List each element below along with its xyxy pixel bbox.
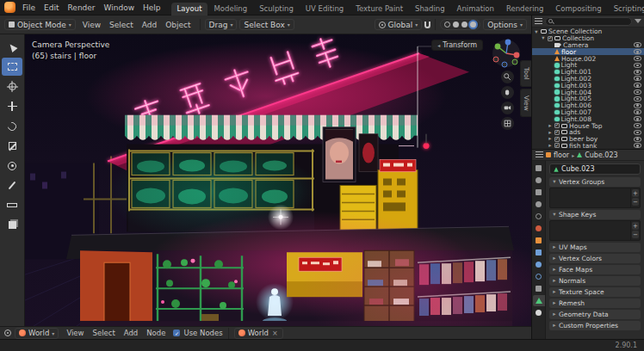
expand-arrow-icon[interactable]: ▸ [548,130,553,136]
eye-visibility-icon[interactable] [634,109,641,114]
breadcrumb-data[interactable]: Cube.023 [585,151,617,159]
menu-file[interactable]: File [18,3,40,13]
material-tab[interactable] [533,307,545,318]
eye-visibility-icon[interactable] [634,56,641,61]
workspace-tab-sculpting[interactable]: Sculpting [253,3,300,15]
shader-menu-view[interactable]: View [62,328,88,338]
mode-dropdown[interactable]: Object Mode ▾ [4,19,76,30]
material-shading-icon[interactable] [461,22,468,28]
workspace-tab-uv-editing[interactable]: UV Editing [300,3,350,15]
sidebar-tab-tool[interactable]: Tool [520,60,531,87]
physics-tab[interactable] [533,271,545,282]
section-header-face-maps[interactable]: ▸Face Maps [549,265,641,274]
workspace-tab-texture-paint[interactable]: Texture Paint [350,3,409,15]
expand-arrow-icon[interactable]: ▸ [548,143,553,149]
select-box-tool[interactable] [2,58,22,76]
shader-type-dropdown[interactable]: World ▾ [15,328,59,339]
viewport-3d[interactable]: Camera Perspective (65) stairs | floor ◂… [25,34,531,326]
add-item-button[interactable]: + [632,222,639,230]
object-tab[interactable] [533,235,545,246]
shader-menu-add[interactable]: Add [120,328,142,338]
tool-tab[interactable] [533,163,545,174]
section-header-vertex-colors[interactable]: ▸Vertex Colors [549,254,641,263]
eye-visibility-icon[interactable] [634,96,641,102]
outliner-search-input[interactable] [545,17,632,26]
transform-tool[interactable] [2,157,22,175]
menu-window[interactable]: Window [100,3,139,13]
options-dropdown[interactable]: Options ▾ [483,19,527,30]
section-header-normals[interactable]: ▸Normals [549,276,641,286]
collection-checkbox[interactable] [548,36,553,41]
world-datablock-field[interactable]: World × [234,328,283,339]
section-header-shape-keys[interactable]: ▾Shape Keys [549,210,641,219]
drag-dropdown[interactable]: Drag ▾ [205,19,238,30]
eye-visibility-icon[interactable] [634,130,641,135]
breadcrumb-object[interactable]: floor [554,151,569,159]
eye-visibility-icon[interactable] [634,42,641,47]
blender-logo-icon[interactable] [4,2,15,13]
filter-icon[interactable] [635,19,641,23]
viewport-menu-view[interactable]: View [78,20,105,30]
world-tab[interactable] [533,223,545,234]
move-tool[interactable] [2,97,22,115]
datablock-name-field[interactable]: Cube.023 [549,163,641,175]
sidebar-tab-view[interactable]: View [520,89,531,118]
menu-help[interactable]: Help [139,3,165,13]
magnet-icon[interactable] [424,22,430,28]
section-header-uv-maps[interactable]: ▸UV Maps [549,243,641,252]
eye-visibility-icon[interactable] [634,49,641,54]
section-header-vertex-groups[interactable]: ▾Vertex Groups [549,177,641,187]
cursor-tool[interactable] [2,77,22,95]
section-header-remesh[interactable]: ▸Remesh [549,299,641,308]
workspace-tab-rendering[interactable]: Rendering [500,3,549,15]
eye-visibility-icon[interactable] [634,76,641,81]
transform-panel-header[interactable]: ◂ Transform [431,40,483,51]
scene-tab[interactable] [533,211,545,222]
workspace-tab-layout[interactable]: Layout [171,3,208,15]
shader-menu-select[interactable]: Select [89,328,120,338]
eye-visibility-icon[interactable] [634,83,641,88]
menu-edit[interactable]: Edit [40,3,63,13]
particles-tab[interactable] [533,259,545,270]
outliner-row[interactable]: ▸fish tank [532,143,644,149]
eye-visibility-icon[interactable] [634,70,641,75]
workspace-tab-compositing[interactable]: Compositing [549,3,607,15]
workspace-tab-modeling[interactable]: Modeling [207,3,253,15]
remove-item-button[interactable]: − [632,198,639,206]
expand-arrow-icon[interactable]: ▾ [541,35,546,41]
viewport-menu-select[interactable]: Select [105,20,138,30]
section-header-custom-properties[interactable]: ▸Custom Properties [549,321,641,330]
section-header-texture-space[interactable]: ▸Texture Space [549,287,641,297]
zoom-button[interactable] [501,71,514,83]
collection-checkbox[interactable] [554,143,560,148]
unlink-datablock-button[interactable]: × [271,329,279,337]
camera-view-button[interactable] [501,102,514,114]
rotate-tool[interactable] [2,117,22,135]
collection-checkbox[interactable] [554,123,560,128]
ortho-toggle-button[interactable] [501,117,514,130]
outliner-editor-icon[interactable] [535,18,542,25]
menu-render[interactable]: Render [64,3,100,13]
section-header-geometry-data[interactable]: ▸Geometry Data [549,310,641,319]
expand-arrow-icon[interactable]: ▸ [548,136,553,142]
use-nodes-checkbox[interactable]: ✓ [173,329,180,336]
modifiers-tab[interactable] [533,247,545,258]
eye-visibility-icon[interactable] [634,143,641,148]
active-tool-dropdown[interactable]: Select Box ▾ [239,19,294,30]
workspace-tab-shading[interactable]: Shading [409,3,451,15]
constraints-tab[interactable] [533,283,545,294]
workspace-tab-scripting[interactable]: Scripting [608,3,644,15]
add-item-button[interactable]: + [632,189,639,197]
pan-button[interactable] [501,86,514,99]
viewport-menu-object[interactable]: Object [161,20,195,30]
eye-visibility-icon[interactable] [634,116,641,121]
navigation-gizmo[interactable] [492,39,521,68]
workspace-tab-animation[interactable]: Animation [451,3,500,15]
eye-visibility-icon[interactable] [634,123,641,128]
expand-arrow-icon[interactable]: ▾ [534,29,539,35]
collection-checkbox[interactable] [554,130,560,135]
render-tab[interactable] [533,175,545,186]
shader-editor-icon[interactable] [4,329,11,336]
rendered-shading-icon[interactable] [470,22,476,28]
eye-visibility-icon[interactable] [634,137,641,142]
